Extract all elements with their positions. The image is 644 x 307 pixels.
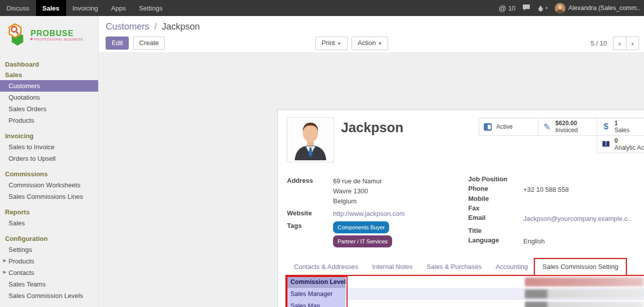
action-button[interactable]: Action▼ (352, 37, 388, 50)
invoiced-stat-button[interactable]: ✎ $620.00 Invoiced (538, 118, 597, 136)
table-row-sales-manager[interactable]: Sales Manager (286, 288, 644, 300)
sidebar-heading-configuration[interactable]: Configuration (0, 233, 98, 244)
pager-previous-button[interactable]: ‹ (613, 37, 626, 50)
print-button[interactable]: Print▼ (315, 37, 348, 50)
control-panel-buttons: Edit Create Print▼ Action▼ 5 / 10 ‹ › (99, 37, 644, 51)
content-area: Jackpson Active ✎ $620.00 Invoiced $ 1 S… (99, 52, 644, 307)
commission-table-header-row: Commission Level (286, 276, 644, 288)
breadcrumb-separator: / (154, 22, 157, 32)
address-value: 69 rue de Namur Wavre 1300 Belgium (333, 176, 382, 206)
stat-buttons: Active ✎ $620.00 Invoiced $ 1 Sales (478, 118, 644, 153)
pager: 5 / 10 ‹ › (590, 37, 639, 50)
redacted-content (525, 277, 643, 286)
tab-internal-notes[interactable]: Internal Notes (365, 259, 420, 274)
sidebar-item-orders-to-upsell[interactable]: Orders to Upsell (0, 153, 98, 164)
email-link[interactable]: Jackpson@yourcompany.example.c.. (523, 215, 631, 222)
mobile-label: Mobile (468, 195, 523, 202)
mention-counter[interactable]: @ 10 (499, 4, 516, 13)
topbar-right: @ 10 ▾ Alexandra (Sales_comm.. (499, 0, 644, 16)
commission-level-cell[interactable]: Sales Man (286, 300, 346, 307)
tags-label: Tags (287, 221, 333, 247)
sidebar-heading-sales[interactable]: Sales (0, 70, 98, 80)
language-label: Language (468, 236, 523, 244)
contact-fields: Job Position Phone+32 10 588 558 Mobile … (468, 175, 644, 246)
topbar-item-sales[interactable]: Sales (36, 0, 66, 16)
phone-value: +32 10 588 558 (523, 185, 569, 195)
topbar-item-apps[interactable]: Apps (105, 0, 133, 16)
sidebar-item-reports-sales[interactable]: Sales (0, 217, 98, 229)
tab-contacts-addresses[interactable]: Contacts & Addresses (287, 259, 365, 274)
email-label: Email (468, 214, 523, 221)
tab-accounting[interactable]: Accounting (489, 259, 535, 274)
page-title: Jackpson (341, 120, 404, 136)
commission-table: Commission Level Sales Manager Sales Man… (285, 275, 644, 307)
user-menu[interactable]: Alexandra (Sales_comm.. (555, 3, 640, 14)
debug-icon[interactable]: ▾ (537, 5, 548, 12)
tab-bar: Contacts & Addresses Internal Notes Sale… (287, 259, 644, 275)
chevron-down-icon: ▼ (378, 41, 382, 46)
tab-sales-purchases[interactable]: Sales & Purchases (420, 259, 489, 274)
pager-counter: 5 / 10 (590, 40, 607, 47)
logo-bullet-icon (30, 38, 33, 41)
tab-sales-commission-setting[interactable]: Sales Commission Setting (535, 259, 626, 275)
fax-label: Fax (468, 204, 523, 212)
customer-photo[interactable] (287, 117, 334, 162)
redacted-content (525, 301, 643, 307)
job-position-label: Job Position (468, 175, 523, 183)
analytic-accounts-stat-button[interactable]: 0 Analytic Acco... (597, 135, 644, 153)
address-label: Address (287, 176, 333, 206)
sidebar-item-commission-worksheets[interactable]: Commission Worksheets (0, 179, 98, 191)
control-panel: Customers / Jackpson Edit Create Print▼ … (99, 16, 644, 52)
sidebar-item-settings[interactable]: Settings (0, 244, 98, 255)
sidebar-item-sales-orders[interactable]: Sales Orders (0, 103, 98, 115)
topbar: Discuss Sales Invoicing Apps Settings @ … (0, 0, 644, 16)
topbar-item-settings[interactable]: Settings (132, 0, 169, 16)
sidebar-item-sales-to-invoice[interactable]: Sales to Invoice (0, 141, 98, 153)
breadcrumb-current: Jackpson (162, 22, 200, 32)
sidebar-section-sales: Sales Customers Quotations Sales Orders … (0, 70, 98, 126)
chevron-right-icon: ▶ (3, 258, 7, 263)
address-fields: Address 69 rue de Namur Wavre 1300 Belgi… (287, 176, 457, 250)
sidebar-heading-commissions[interactable]: Commissions (0, 169, 98, 179)
active-stat-button[interactable]: Active (479, 118, 538, 136)
logo-subtitle: PROFESSIONAL BUSINESS (31, 38, 83, 41)
sidebar-item-sales-commission-levels[interactable]: Sales Commission Levels (0, 290, 98, 301)
messages-icon[interactable] (522, 4, 530, 13)
edit-button[interactable]: Edit (106, 37, 129, 50)
redacted-content (525, 289, 643, 298)
sidebar-item-products[interactable]: Products (0, 115, 98, 126)
website-label: Website (287, 209, 333, 219)
sidebar-section-invoicing: Invoicing Sales to Invoice Orders to Ups… (0, 131, 98, 164)
sidebar-item-dashboard[interactable]: Dashboard (0, 59, 98, 70)
chevron-right-icon: ▶ (3, 269, 7, 274)
tag-partner-it-services[interactable]: Partner / IT Services (333, 235, 392, 247)
website-link[interactable]: http://www.jackpson.com (333, 210, 405, 217)
sidebar-item-config-products[interactable]: ▶Products (0, 255, 98, 267)
table-row-sales-man[interactable]: Sales Man (286, 300, 644, 307)
sidebar-item-customers[interactable]: Customers (0, 80, 98, 92)
mention-icon: @ (499, 4, 506, 13)
sidebar-item-sales-commissions-lines[interactable]: Sales Commissions Lines (0, 191, 98, 202)
breadcrumb-customers[interactable]: Customers (106, 22, 149, 32)
sidebar-heading-reports[interactable]: Reports (0, 207, 98, 217)
sidebar-section-dashboard: Dashboard (0, 59, 98, 70)
sidebar-heading-invoicing[interactable]: Invoicing (0, 131, 98, 141)
breadcrumb: Customers / Jackpson (99, 16, 644, 32)
app-logo[interactable]: PROBUSE PROFESSIONAL BUSINESS (0, 16, 98, 55)
pencil-icon: ✎ (542, 122, 552, 132)
sales-stat-button[interactable]: $ 1 Sales (597, 118, 644, 136)
customer-form-sheet: Jackpson Active ✎ $620.00 Invoiced $ 1 S… (277, 110, 644, 307)
sidebar-item-quotations[interactable]: Quotations (0, 92, 98, 103)
create-button[interactable]: Create (133, 37, 165, 50)
topbar-item-invoicing[interactable]: Invoicing (66, 0, 105, 16)
phone-label: Phone (468, 185, 523, 192)
language-value: English (523, 236, 545, 246)
pager-next-button[interactable]: › (626, 37, 639, 50)
sidebar-item-sales-teams[interactable]: Sales Teams (0, 278, 98, 290)
sidebar-item-config-contacts[interactable]: ▶Contacts (0, 267, 98, 278)
commission-level-cell[interactable]: Sales Manager (286, 288, 346, 300)
tag-components-buyer[interactable]: Components Buyer (333, 221, 389, 233)
sidebar-section-commissions: Commissions Commission Worksheets Sales … (0, 169, 98, 202)
sidebar-section-reports: Reports Sales (0, 207, 98, 229)
topbar-item-discuss[interactable]: Discuss (0, 0, 36, 16)
